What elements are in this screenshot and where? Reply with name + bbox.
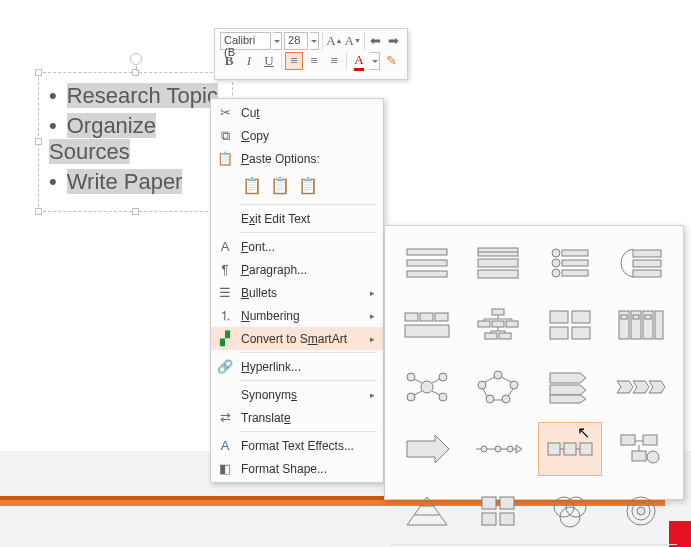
svg-rect-5 xyxy=(478,270,518,278)
smartart-thumb-vertical-chevron-list[interactable] xyxy=(538,360,602,414)
smartart-thumb-radial-cluster[interactable] xyxy=(395,360,459,414)
scissors-icon: ✂ xyxy=(217,105,233,121)
font-name-dropdown[interactable] xyxy=(273,32,282,50)
menu-paragraph[interactable]: ¶ Paragraph... xyxy=(211,258,383,281)
svg-point-39 xyxy=(439,373,447,381)
blank-icon xyxy=(217,211,233,227)
font-size-dropdown[interactable] xyxy=(310,32,319,50)
svg-rect-16 xyxy=(405,313,418,321)
context-menu: ✂ Cut ⧉ Copy 📋 Paste Options: 📋 📋 📋 Exit… xyxy=(210,98,384,483)
smartart-thumb-table-list[interactable] xyxy=(610,236,674,290)
svg-rect-0 xyxy=(407,249,447,255)
menu-font[interactable]: A Font... xyxy=(211,235,383,258)
smartart-thumb-vertical-box-list[interactable] xyxy=(467,236,531,290)
svg-point-44 xyxy=(502,395,510,403)
svg-rect-51 xyxy=(548,443,560,455)
align-center-button[interactable]: ≡ xyxy=(305,52,323,70)
svg-rect-27 xyxy=(572,311,590,323)
svg-point-40 xyxy=(407,393,415,401)
svg-rect-22 xyxy=(492,321,504,327)
menu-convert-to-smartart[interactable]: ▞ Convert to SmartArt xyxy=(211,327,383,350)
smartart-thumb-picture-accent-process[interactable] xyxy=(610,422,674,476)
resize-handle[interactable] xyxy=(35,208,42,215)
svg-point-46 xyxy=(478,381,486,389)
align-left-button[interactable]: ≡ xyxy=(285,52,303,70)
paste-merge-icon[interactable]: 📋 xyxy=(269,174,291,196)
svg-point-37 xyxy=(421,381,433,393)
align-right-button[interactable]: ≡ xyxy=(325,52,343,70)
smartart-thumb-horizontal-list[interactable] xyxy=(395,298,459,352)
grow-font-button[interactable]: A▲ xyxy=(326,32,342,50)
copy-icon: ⧉ xyxy=(217,128,233,144)
underline-button[interactable]: U xyxy=(260,52,278,70)
menu-copy[interactable]: ⧉ Copy xyxy=(211,124,383,147)
smartart-thumb-matrix[interactable] xyxy=(467,484,531,538)
svg-point-38 xyxy=(407,373,415,381)
translate-icon: ⇄ xyxy=(217,410,233,426)
svg-rect-35 xyxy=(633,315,639,319)
svg-rect-1 xyxy=(407,260,447,266)
bullets-icon: ☰ xyxy=(217,285,233,301)
paste-icon: 📋 xyxy=(217,151,233,167)
smartart-thumb-continuous-block-process[interactable] xyxy=(467,422,531,476)
bullet-list[interactable]: Research Topic Organize Sources Write Pa… xyxy=(49,81,222,197)
bold-button[interactable]: B xyxy=(220,52,238,70)
smartart-thumb-vertical-block-list[interactable] xyxy=(395,236,459,290)
svg-rect-21 xyxy=(478,321,490,327)
smartart-thumb-horizontal-bullet-list[interactable] xyxy=(538,236,602,290)
menu-format-text-effects[interactable]: A Format Text Effects... xyxy=(211,434,383,457)
font-color-dropdown[interactable] xyxy=(370,52,380,70)
smartart-thumb-chevron-list[interactable] xyxy=(610,360,674,414)
smartart-thumb-venn[interactable] xyxy=(538,484,602,538)
menu-synonyms[interactable]: Synonyms xyxy=(211,383,383,406)
svg-rect-8 xyxy=(562,250,588,256)
menu-hyperlink[interactable]: 🔗 Hyperlink... xyxy=(211,355,383,378)
smartart-thumb-basic-process[interactable] xyxy=(538,422,602,476)
shrink-font-button[interactable]: A▼ xyxy=(344,32,360,50)
font-color-button[interactable]: A xyxy=(350,52,368,70)
text-placeholder[interactable]: Research Topic Organize Sources Write Pa… xyxy=(38,72,233,212)
svg-rect-2 xyxy=(407,271,447,277)
font-size-combo[interactable]: 28 xyxy=(284,32,308,50)
smartart-thumb-vertical-picture-list[interactable] xyxy=(610,298,674,352)
smartart-thumb-hierarchy[interactable] xyxy=(467,298,531,352)
svg-rect-10 xyxy=(562,260,588,266)
paste-text-only-icon[interactable]: 📋 xyxy=(297,174,319,196)
decrease-indent-button[interactable]: ⬅ xyxy=(368,32,384,50)
menu-cut[interactable]: ✂ Cut xyxy=(211,101,383,124)
smartart-thumb-cycle[interactable] xyxy=(467,360,531,414)
resize-handle[interactable] xyxy=(132,208,139,215)
menu-bullets[interactable]: ☰ Bullets xyxy=(211,281,383,304)
rotate-handle[interactable] xyxy=(130,53,142,65)
svg-rect-12 xyxy=(562,270,588,276)
font-name-combo[interactable]: Calibri (B xyxy=(220,32,271,50)
svg-rect-61 xyxy=(500,497,514,509)
paste-keep-source-icon[interactable]: 📋 xyxy=(241,174,263,196)
menu-translate[interactable]: ⇄ Translate xyxy=(211,406,383,429)
svg-rect-34 xyxy=(621,315,627,319)
smartart-thumb-grid-list[interactable] xyxy=(538,298,602,352)
svg-rect-36 xyxy=(645,315,651,319)
svg-rect-63 xyxy=(500,513,514,525)
svg-point-7 xyxy=(552,249,560,257)
svg-rect-19 xyxy=(405,325,449,337)
smartart-thumb-target[interactable] xyxy=(610,484,674,538)
svg-rect-14 xyxy=(633,260,661,267)
resize-handle[interactable] xyxy=(35,69,42,76)
menu-numbering[interactable]: ⒈ Numbering xyxy=(211,304,383,327)
font-icon: A xyxy=(217,239,233,255)
svg-rect-15 xyxy=(633,270,661,277)
menu-exit-edit-text[interactable]: Exit Edit Text xyxy=(211,207,383,230)
svg-point-69 xyxy=(637,507,645,515)
smartart-thumb-pyramid[interactable] xyxy=(395,484,459,538)
svg-point-50 xyxy=(507,446,513,452)
menu-format-shape[interactable]: ◧ Format Shape... xyxy=(211,457,383,480)
increase-indent-button[interactable]: ➡ xyxy=(386,32,402,50)
svg-point-45 xyxy=(486,395,494,403)
svg-rect-23 xyxy=(506,321,518,327)
svg-rect-24 xyxy=(485,333,497,339)
smartart-thumb-basic-process-arrow[interactable] xyxy=(395,422,459,476)
resize-handle[interactable] xyxy=(35,138,42,145)
format-painter-button[interactable]: ✎ xyxy=(382,52,400,70)
italic-button[interactable]: I xyxy=(240,52,258,70)
